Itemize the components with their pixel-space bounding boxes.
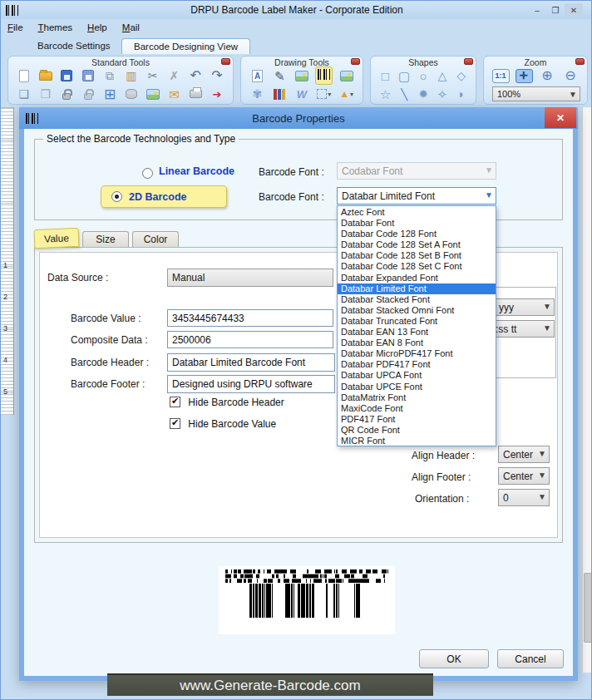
zoom-out-icon[interactable]: ⊖ bbox=[559, 67, 582, 84]
font-option[interactable]: MICR Font bbox=[338, 436, 496, 446]
menu-file[interactable]: File bbox=[7, 22, 23, 32]
tab-color[interactable]: Color bbox=[132, 231, 179, 248]
four-point-star-icon[interactable]: ✧ bbox=[432, 86, 451, 102]
font-option[interactable]: Databar PDF417 Font bbox=[338, 359, 496, 370]
pen-icon[interactable]: ✎ bbox=[269, 67, 291, 84]
font-option[interactable]: Databar UPCE Font bbox=[338, 382, 496, 392]
export-image-icon[interactable] bbox=[142, 86, 164, 102]
redo-icon[interactable]: ↷ bbox=[206, 67, 228, 84]
rounded-rectangle-icon[interactable]: ▢ bbox=[395, 67, 414, 84]
freeform-icon[interactable]: ✾ bbox=[246, 86, 269, 102]
font-option[interactable]: Databar Truncated Font bbox=[338, 316, 496, 327]
lock-icon[interactable] bbox=[57, 86, 78, 102]
dialog-close-button[interactable]: ✕ bbox=[545, 107, 576, 128]
group-corner-button[interactable] bbox=[464, 58, 473, 65]
ellipse-icon[interactable]: ○ bbox=[414, 67, 433, 84]
scrollbar-thumb[interactable] bbox=[584, 573, 592, 643]
picture-icon[interactable] bbox=[291, 67, 313, 84]
save-icon[interactable] bbox=[57, 67, 78, 84]
tab-barcode-designing-view[interactable]: Barcode Designing View bbox=[121, 38, 250, 56]
watermark-icon[interactable]: W bbox=[291, 86, 313, 102]
orientation-select[interactable]: 0 ▼ bbox=[498, 489, 550, 506]
pie-icon[interactable]: ◗ bbox=[451, 86, 471, 102]
copy-icon[interactable]: ⧉ bbox=[99, 67, 121, 84]
print-icon[interactable] bbox=[185, 86, 206, 102]
hide-header-checkbox[interactable] bbox=[170, 397, 180, 407]
font-option[interactable]: Databar Stacked Omni Font bbox=[338, 305, 496, 316]
group-corner-button[interactable] bbox=[351, 58, 360, 65]
undo-icon[interactable]: ↶ bbox=[185, 67, 206, 84]
font-option[interactable]: Databar MicroPDF417 Font bbox=[338, 348, 496, 359]
font-option[interactable]: Databar Expanded Font bbox=[338, 273, 496, 283]
cut-icon[interactable]: ✂ bbox=[142, 67, 164, 84]
triangle-icon[interactable]: △ bbox=[432, 67, 451, 84]
font-option[interactable]: MaxiCode Font bbox=[338, 403, 496, 414]
layers-icon[interactable]: ❏ bbox=[13, 86, 35, 102]
line-icon[interactable]: ╲ bbox=[395, 86, 414, 102]
font-option[interactable]: Databar Code 128 Font bbox=[338, 229, 496, 239]
zoom-in-icon[interactable]: ⊕ bbox=[535, 67, 559, 84]
composite-data-input[interactable]: 2500006 bbox=[167, 331, 333, 348]
font-option[interactable]: DataMatrix Font bbox=[338, 392, 496, 403]
burst-icon[interactable]: ✹ bbox=[414, 86, 433, 102]
select-icon[interactable]: ▾ bbox=[313, 86, 335, 102]
window-close-button[interactable]: ✕ bbox=[565, 3, 583, 17]
2d-barcode-radio[interactable] bbox=[111, 191, 122, 202]
menu-mail[interactable]: Mail bbox=[122, 22, 140, 32]
font-option[interactable]: Databar EAN 8 Font bbox=[338, 338, 496, 348]
linear-barcode-label[interactable]: Linear Barcode bbox=[159, 165, 234, 177]
font-option[interactable]: Databar Code 128 Set C Font bbox=[338, 261, 496, 272]
menu-help[interactable]: Help bbox=[87, 22, 107, 32]
text-icon[interactable] bbox=[246, 67, 269, 84]
barcode-icon[interactable] bbox=[313, 67, 335, 84]
barcode-header-input[interactable]: Databar Limited Barcode Font bbox=[167, 353, 335, 372]
save-all-icon[interactable] bbox=[77, 67, 99, 84]
align-footer-select[interactable]: Center ▼ bbox=[498, 467, 550, 485]
group-corner-button[interactable] bbox=[575, 58, 585, 65]
minimize-button[interactable]: – bbox=[528, 3, 546, 17]
2d-font-select[interactable]: Databar Limited Font ▼ bbox=[337, 187, 496, 205]
data-source-select[interactable]: Manual bbox=[167, 269, 333, 287]
font-option[interactable]: Databar Limited Font bbox=[338, 283, 496, 294]
tab-barcode-settings[interactable]: Barcode Settings bbox=[26, 38, 122, 56]
tab-size[interactable]: Size bbox=[82, 231, 129, 248]
maximize-button[interactable]: ❐ bbox=[546, 3, 565, 17]
diamond-icon[interactable]: ◇ bbox=[451, 67, 471, 84]
rectangle-icon[interactable]: □ bbox=[376, 67, 395, 84]
grid-icon[interactable]: ⊞ bbox=[99, 86, 121, 102]
barcode-value-input[interactable]: 3453445674433 bbox=[167, 309, 333, 327]
font-option[interactable]: Databar Stacked Font bbox=[338, 294, 496, 305]
hide-value-checkbox[interactable] bbox=[170, 418, 180, 429]
delete-icon[interactable]: ✗ bbox=[164, 67, 185, 84]
font-option[interactable]: Databar EAN 13 Font bbox=[338, 327, 496, 338]
new-icon[interactable] bbox=[13, 67, 35, 84]
font-option[interactable]: Databar Font bbox=[338, 218, 496, 229]
font-option[interactable]: Databar Code 128 Set B Font bbox=[338, 250, 496, 261]
menu-themes[interactable]: Themes bbox=[38, 22, 73, 32]
paste-icon[interactable]: ▥ bbox=[121, 67, 142, 84]
open-icon[interactable] bbox=[35, 67, 57, 84]
shape-gallery-icon[interactable]: ▲▾ bbox=[335, 86, 358, 102]
unlock-icon[interactable] bbox=[77, 86, 99, 102]
ok-button[interactable]: OK bbox=[419, 649, 489, 668]
database-icon[interactable] bbox=[121, 86, 142, 102]
library-icon[interactable] bbox=[269, 86, 291, 102]
star-icon[interactable]: ☆ bbox=[376, 86, 395, 102]
font-option[interactable]: QR Code Font bbox=[338, 425, 496, 436]
image-frame-icon[interactable] bbox=[335, 67, 358, 84]
vertical-scrollbar[interactable] bbox=[582, 107, 592, 673]
font-option[interactable]: Databar Code 128 Set A Font bbox=[338, 239, 496, 250]
font-option[interactable]: PDF417 Font bbox=[338, 414, 496, 425]
font-option[interactable]: Databar UPCA Font bbox=[338, 370, 496, 381]
actual-size-icon[interactable]: 1:1 bbox=[489, 67, 512, 84]
send-back-icon[interactable]: ❐ bbox=[35, 86, 57, 102]
exit-icon[interactable]: ➔ bbox=[206, 86, 228, 102]
font-option[interactable]: Aztec Font bbox=[338, 207, 496, 218]
tab-value[interactable]: Value bbox=[34, 228, 80, 249]
zoom-level-select[interactable]: 100% ▼ bbox=[492, 86, 580, 101]
fit-icon[interactable]: ✛ bbox=[512, 67, 535, 84]
email-icon[interactable]: ✉ bbox=[164, 86, 185, 102]
align-header-select[interactable]: Center ▼ bbox=[498, 446, 550, 463]
2d-barcode-label[interactable]: 2D Barcode bbox=[129, 191, 186, 203]
cancel-button[interactable]: Cancel bbox=[497, 649, 564, 668]
